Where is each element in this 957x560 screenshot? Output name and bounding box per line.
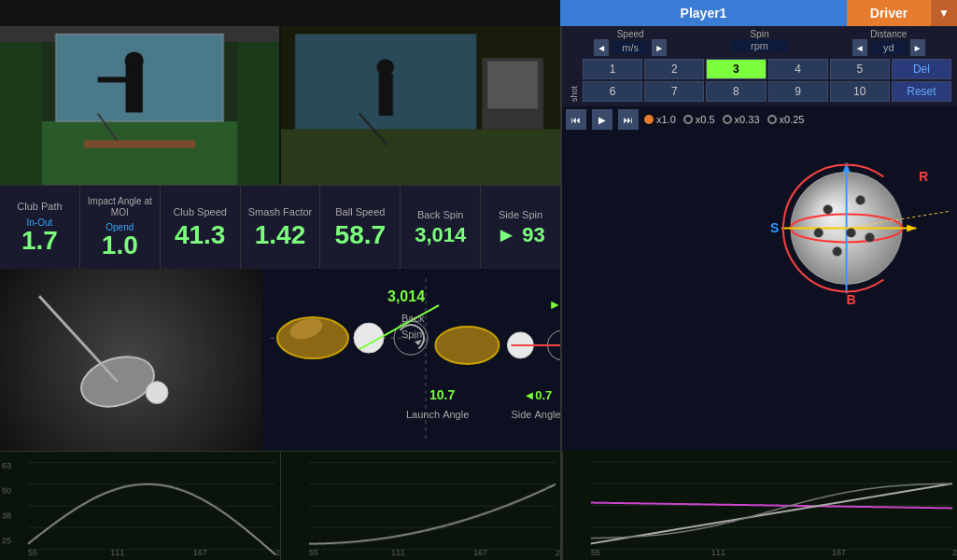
right-charts — [562, 451, 957, 560]
right-chart — [562, 451, 957, 560]
speed-0.5x-label: x0.5 — [696, 114, 715, 125]
main-container: Club Path In-Out 1.7 Impact Angle at MOI… — [0, 26, 957, 560]
shot-grid: 1 2 3 4 5 Del 6 7 8 9 10 Reset — [583, 59, 951, 102]
speed-spin-row: Speed ◄ m/s ► Spin rpm Distance — [568, 29, 951, 56]
distance-next-btn[interactable]: ► — [910, 39, 925, 56]
ball-speed-cell: Ball Speed 58.7 — [320, 186, 401, 269]
shot-2-btn[interactable]: 2 — [644, 59, 704, 79]
launch-diagram — [261, 269, 560, 451]
stats-row: Club Path In-Out 1.7 Impact Angle at MOI… — [0, 185, 560, 269]
spin-label: Spin — [750, 29, 768, 39]
club-path-label: Club Path — [17, 201, 62, 213]
club-path-value: 1.7 — [21, 228, 58, 254]
reset-btn[interactable]: Reset — [892, 81, 951, 102]
left-panel: Club Path In-Out 1.7 Impact Angle at MOI… — [0, 26, 560, 560]
speed-1x-label: x1.0 — [656, 114, 676, 125]
camera-2 — [281, 26, 560, 185]
camera-1 — [0, 26, 279, 185]
impact-angle-label: Impact Angle at MOI — [85, 196, 155, 218]
shot-9-btn[interactable]: 9 — [768, 81, 828, 102]
shot-label: shot — [568, 59, 581, 102]
camera-3 — [0, 269, 261, 451]
smash-factor-cell: Smash Factor 1.42 — [241, 186, 321, 269]
shot-10-btn[interactable]: 10 — [830, 81, 890, 102]
right-panel: Speed ◄ m/s ► Spin rpm Distance — [560, 26, 957, 560]
impact-angle-cell: Impact Angle at MOI Opend 1.0 — [80, 186, 161, 269]
shot-row-2: 6 7 8 9 10 Reset — [583, 81, 951, 102]
smash-factor-label: Smash Factor — [248, 206, 312, 218]
shot-selector: shot 1 2 3 4 5 Del 6 7 8 9 — [568, 59, 951, 102]
speed-control: Speed ◄ m/s ► — [568, 29, 693, 56]
speed-options: x1.0 x0.5 x0.33 x0.25 — [644, 114, 804, 125]
spin-unit: rpm — [731, 39, 787, 52]
top-bar: Player1 Driver ▼ — [0, 0, 957, 26]
back-spin-label: Back Spin — [417, 209, 464, 221]
club-select[interactable]: Driver — [847, 0, 931, 26]
speed-1x[interactable]: x1.0 — [644, 114, 676, 125]
speed-0.33x[interactable]: x0.33 — [723, 114, 760, 125]
speed-0.33x-label: x0.33 — [735, 114, 760, 125]
ball-speed-value: 58.7 — [335, 222, 387, 248]
player-name: Player1 — [681, 6, 727, 21]
side-spin-cell: Side Spin ► 93 — [481, 186, 560, 269]
club-name: Driver — [870, 6, 908, 21]
club-speed-cell: Club Speed 41.3 — [161, 186, 241, 269]
impact-angle-value: 1.0 — [102, 232, 138, 259]
speed-prev-btn[interactable]: ◄ — [594, 39, 609, 56]
play-btn[interactable]: ▶ — [592, 109, 612, 130]
distance-prev-btn[interactable]: ◄ — [852, 39, 867, 56]
left-chart — [0, 452, 281, 560]
side-spin-value: ► 93 — [496, 225, 544, 245]
club-dropdown-icon[interactable]: ▼ — [931, 0, 957, 26]
controls-area: Speed ◄ m/s ► Spin rpm Distance — [562, 26, 957, 106]
shot-7-btn[interactable]: 7 — [644, 81, 704, 102]
speed-0.5x[interactable]: x0.5 — [683, 114, 715, 125]
player-select[interactable]: Player1 — [560, 0, 847, 26]
fast-forward-btn[interactable]: ⏭ — [618, 109, 639, 130]
lower-left — [0, 269, 560, 451]
playback-controls: ⏮ ▶ ⏭ x1.0 x0.5 x0.33 x0.25 — [562, 106, 957, 133]
video-row — [0, 26, 560, 185]
shot-8-btn[interactable]: 8 — [706, 81, 766, 102]
speed-unit: m/s — [612, 41, 649, 54]
shot-row-1: 1 2 3 4 5 Del — [583, 59, 951, 79]
shot-6-btn[interactable]: 6 — [583, 81, 642, 102]
spin-control: Spin rpm — [697, 29, 822, 56]
side-spin-label: Side Spin — [499, 209, 542, 221]
right-bottom-chart — [281, 452, 561, 560]
back-spin-value: 3,014 — [415, 225, 466, 245]
club-speed-label: Club Speed — [173, 206, 227, 218]
distance-unit: yd — [870, 41, 908, 54]
distance-label: Distance — [870, 29, 907, 39]
speed-next-btn[interactable]: ► — [652, 39, 667, 56]
speed-0.25x-label: x0.25 — [780, 114, 805, 125]
smash-factor-value: 1.42 — [255, 222, 306, 248]
ball-speed-label: Ball Speed — [335, 206, 385, 218]
shot-1-btn[interactable]: 1 — [583, 59, 642, 79]
speed-label: Speed — [617, 29, 644, 39]
back-spin-cell: Back Spin 3,014 — [401, 186, 481, 269]
right-diagrams — [562, 133, 957, 451]
speed-0.25x[interactable]: x0.25 — [767, 114, 805, 125]
del-btn[interactable]: Del — [892, 59, 951, 79]
rewind-btn[interactable]: ⏮ — [566, 109, 586, 130]
club-path-cell: Club Path In-Out 1.7 — [0, 186, 80, 269]
club-speed-value: 41.3 — [175, 222, 226, 248]
chart-row — [0, 451, 560, 560]
shot-4-btn[interactable]: 4 — [768, 59, 828, 79]
distance-control: Distance ◄ yd ► — [826, 29, 951, 56]
shot-5-btn[interactable]: 5 — [830, 59, 890, 79]
shot-3-btn[interactable]: 3 — [706, 59, 766, 79]
